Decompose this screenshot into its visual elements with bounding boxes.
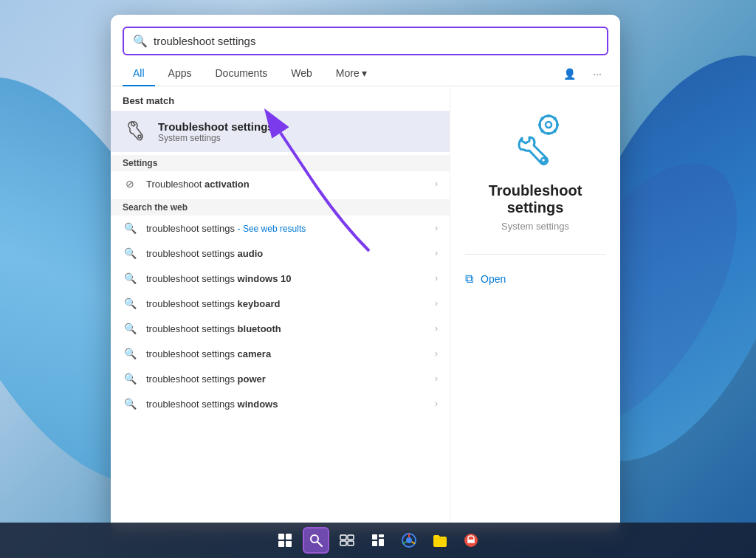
web-item-windows[interactable]: 🔍 troubleshoot settings windows › [111, 391, 450, 416]
more-options-icon[interactable]: ··· [586, 63, 608, 85]
search-icon-5: 🔍 [123, 323, 137, 334]
tab-web[interactable]: Web [281, 61, 323, 86]
svg-rect-25 [372, 541, 377, 546]
chevron-right-icon-1: › [435, 223, 438, 233]
settings-icon: ⊘ [123, 178, 137, 190]
web-item-text-5: troubleshoot settings bluetooth [146, 323, 426, 334]
taskbar-search-button[interactable] [303, 527, 329, 554]
web-item-see-results[interactable]: 🔍 troubleshoot settings - See web result… [111, 216, 450, 241]
web-section-label: Search the web [111, 199, 450, 216]
web-item-text-4: troubleshoot settings keyboard [146, 298, 426, 309]
best-match-subtitle: System settings [158, 133, 274, 143]
chevron-right-icon-2: › [435, 248, 438, 258]
tab-more[interactable]: More ▾ [326, 61, 377, 86]
best-match-item[interactable]: Troubleshoot settings System settings [111, 111, 450, 152]
search-icon-1: 🔍 [123, 222, 137, 234]
search-content: Best match Troubleshoot settings System … [111, 86, 620, 531]
chevron-right-icon-6: › [435, 348, 438, 359]
search-icon-3: 🔍 [123, 272, 137, 284]
svg-rect-16 [286, 541, 292, 547]
tab-all[interactable]: All [123, 61, 155, 86]
filter-tabs: All Apps Documents Web More ▾ 👤 ··· [111, 55, 620, 86]
search-icon-2: 🔍 [123, 247, 137, 259]
open-icon: ⧉ [465, 272, 473, 286]
right-panel: Troubleshoot settings System settings ⧉ … [450, 86, 620, 531]
taskbar-taskview-button[interactable] [334, 527, 360, 554]
chevron-right-icon-4: › [435, 298, 438, 309]
taskbar-store-button[interactable] [458, 527, 484, 554]
open-label: Open [481, 273, 506, 285]
right-panel-title: Troubleshoot settings [465, 182, 605, 216]
settings-section-label: Settings [111, 155, 450, 171]
chevron-right-icon-7: › [435, 373, 438, 384]
search-input[interactable]: troubleshoot settings [154, 35, 598, 47]
web-item-bluetooth[interactable]: 🔍 troubleshoot settings bluetooth › [111, 316, 450, 341]
chevron-down-icon: ▾ [362, 67, 367, 79]
best-match-title: Troubleshoot settings [158, 120, 274, 133]
search-box-container: 🔍 troubleshoot settings [123, 27, 608, 55]
svg-point-1 [541, 158, 546, 162]
svg-line-30 [412, 542, 416, 544]
search-icon-6: 🔍 [123, 348, 137, 359]
tab-action-icons: 👤 ··· [558, 63, 608, 85]
settings-item-troubleshoot-activation[interactable]: ⊘ Troubleshoot activation › [111, 171, 450, 196]
web-item-text-8: troubleshoot settings windows [146, 399, 426, 410]
taskbar-fileexplorer-button[interactable] [427, 527, 453, 554]
svg-rect-23 [372, 534, 377, 540]
best-match-label: Best match [111, 86, 450, 111]
svg-rect-15 [278, 541, 284, 547]
search-icon-4: 🔍 [123, 297, 137, 309]
search-icon-7: 🔍 [123, 373, 137, 385]
taskbar-windows-button[interactable] [272, 527, 298, 554]
svg-rect-33 [468, 540, 474, 542]
chevron-right-icon-5: › [435, 323, 438, 334]
settings-item-text: Troubleshoot activation [146, 179, 426, 190]
right-panel-icon [506, 108, 565, 170]
web-item-text-7: troubleshoot settings power [146, 373, 426, 385]
svg-rect-20 [348, 535, 354, 540]
taskbar-chrome-button[interactable] [396, 527, 422, 554]
tab-apps[interactable]: Apps [158, 61, 202, 86]
web-item-text-6: troubleshoot settings camera [146, 348, 426, 359]
svg-rect-22 [348, 541, 354, 545]
search-window: 🔍 troubleshoot settings All Apps Documen… [111, 15, 620, 531]
web-item-text-2: troubleshoot settings audio [146, 248, 426, 259]
search-box-icon: 🔍 [133, 34, 148, 48]
svg-rect-19 [340, 535, 346, 540]
search-icon-8: 🔍 [123, 398, 137, 410]
feedback-icon[interactable]: 👤 [558, 63, 580, 85]
taskbar-widgets-button[interactable] [365, 527, 391, 554]
taskbar [0, 523, 756, 558]
right-panel-subtitle: System settings [501, 221, 569, 232]
tab-documents[interactable]: Documents [205, 61, 278, 86]
svg-rect-24 [379, 534, 384, 537]
troubleshoot-icon [123, 118, 149, 145]
svg-rect-13 [278, 534, 284, 540]
svg-rect-21 [340, 541, 346, 545]
svg-point-28 [406, 537, 412, 543]
svg-point-3 [546, 122, 551, 128]
web-item-audio[interactable]: 🔍 troubleshoot settings audio › [111, 241, 450, 266]
web-item-windows10[interactable]: 🔍 troubleshoot settings windows 10 › [111, 266, 450, 291]
svg-rect-14 [286, 534, 292, 540]
left-panel: Best match Troubleshoot settings System … [111, 86, 450, 531]
open-action-button[interactable]: ⧉ Open [465, 266, 605, 292]
chevron-right-icon: › [435, 179, 438, 189]
svg-line-18 [317, 542, 322, 546]
right-panel-divider [465, 254, 605, 255]
svg-rect-26 [379, 539, 384, 546]
web-item-text-1: troubleshoot settings - See web results [146, 223, 426, 234]
web-item-camera[interactable]: 🔍 troubleshoot settings camera › [111, 341, 450, 366]
best-match-text: Troubleshoot settings System settings [158, 120, 274, 143]
svg-line-31 [403, 542, 407, 544]
search-input-area: 🔍 troubleshoot settings [111, 15, 620, 55]
web-item-power[interactable]: 🔍 troubleshoot settings power › [111, 366, 450, 391]
svg-point-0 [138, 135, 141, 138]
chevron-right-icon-3: › [435, 273, 438, 283]
web-item-text-3: troubleshoot settings windows 10 [146, 273, 426, 284]
web-item-keyboard[interactable]: 🔍 troubleshoot settings keyboard › [111, 291, 450, 316]
chevron-right-icon-8: › [435, 399, 438, 409]
